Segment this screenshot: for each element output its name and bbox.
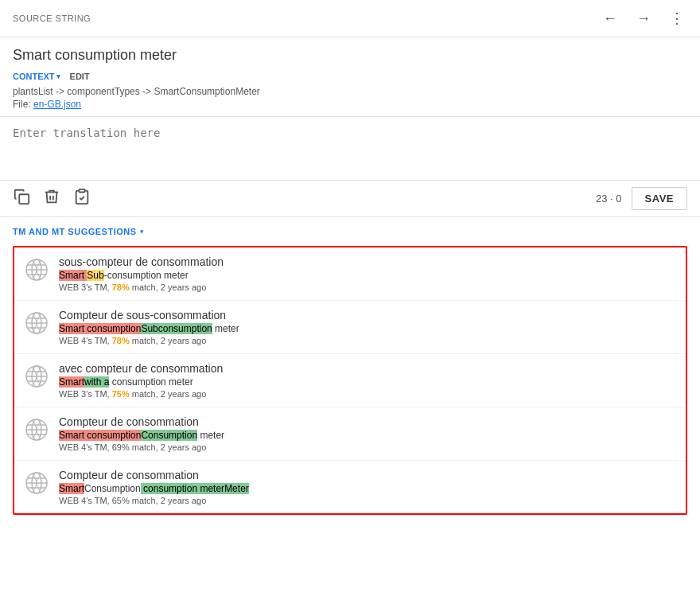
file-link[interactable]: en-GB.json bbox=[33, 99, 81, 110]
suggestion-content: Compteur de consommationSmart consumptio… bbox=[59, 415, 676, 452]
tm-icon bbox=[24, 417, 49, 442]
suggestion-meta: WEB 4's TM, 69% match, 2 years ago bbox=[59, 442, 676, 452]
paste-button[interactable] bbox=[73, 188, 91, 209]
suggestion-item[interactable]: Compteur de consommationSmart consumptio… bbox=[14, 407, 686, 461]
suggestion-target: sous-compteur de consommation bbox=[59, 255, 676, 268]
suggestion-content: Compteur de consommationSmartConsumption… bbox=[59, 469, 676, 505]
back-button[interactable]: ← bbox=[600, 7, 620, 30]
suggestion-item[interactable]: Compteur de consommationSmartConsumption… bbox=[14, 461, 686, 513]
top-bar-actions: ← → ⋮ bbox=[600, 6, 687, 30]
suggestion-content: sous-compteur de consommationSmart Sub-c… bbox=[59, 255, 676, 292]
svg-rect-0 bbox=[19, 194, 29, 204]
tm-icon bbox=[24, 310, 49, 336]
suggestion-source: Smart consumptionSubconsumption meter bbox=[59, 323, 676, 334]
source-string-label: SOURCE STRING bbox=[13, 14, 91, 23]
tm-icon bbox=[24, 470, 49, 496]
source-title: Smart consumption meter bbox=[13, 47, 687, 64]
suggestion-item[interactable]: avec compteur de consommationSmartwith a… bbox=[14, 354, 686, 407]
svg-rect-1 bbox=[79, 189, 84, 193]
suggestion-meta: WEB 3's TM, 75% match, 2 years ago bbox=[59, 389, 676, 399]
suggestion-source: Smart consumptionConsumption meter bbox=[59, 430, 676, 441]
toolbar-row: 23 · 0 SAVE bbox=[0, 181, 700, 217]
copy-button[interactable] bbox=[13, 188, 30, 209]
context-tag[interactable]: CONTEXT ▾ bbox=[13, 72, 60, 81]
translation-input[interactable] bbox=[13, 127, 687, 166]
meta-row: CONTEXT ▾ EDIT bbox=[13, 72, 687, 81]
save-button[interactable]: SAVE bbox=[632, 187, 687, 210]
paste-icon bbox=[73, 188, 91, 205]
suggestions-arrow-icon: ▾ bbox=[140, 228, 144, 236]
suggestion-target: avec compteur de consommation bbox=[59, 362, 676, 375]
suggestion-item[interactable]: Compteur de sous-consommationSmart consu… bbox=[14, 301, 686, 354]
suggestion-item[interactable]: sous-compteur de consommationSmart Sub-c… bbox=[14, 247, 686, 301]
suggestions-section: TM AND MT SUGGESTIONS ▾ sous-compteur de… bbox=[0, 217, 700, 515]
more-button[interactable]: ⋮ bbox=[667, 6, 687, 30]
file-ref: File: en-GB.json bbox=[13, 99, 687, 110]
char-counter: 23 · 0 bbox=[596, 193, 622, 205]
suggestion-target: Compteur de sous-consommation bbox=[59, 309, 676, 321]
context-arrow-icon: ▾ bbox=[56, 72, 60, 80]
source-section: Smart consumption meter CONTEXT ▾ EDIT p… bbox=[0, 37, 700, 117]
suggestion-content: Compteur de sous-consommationSmart consu… bbox=[59, 309, 676, 345]
suggestion-meta: WEB 3's TM, 78% match, 2 years ago bbox=[59, 282, 676, 292]
suggestions-header: TM AND MT SUGGESTIONS ▾ bbox=[13, 227, 687, 236]
breadcrumb: plantsList -> componentTypes -> SmartCon… bbox=[13, 86, 687, 97]
suggestion-source: Smart Sub-consumption meter bbox=[59, 270, 676, 281]
copy-icon bbox=[13, 188, 30, 205]
save-row: 23 · 0 SAVE bbox=[596, 187, 687, 210]
suggestion-meta: WEB 4's TM, 65% match, 2 years ago bbox=[59, 496, 676, 505]
suggestion-target: Compteur de consommation bbox=[59, 415, 676, 428]
forward-button[interactable]: → bbox=[633, 7, 654, 30]
delete-icon bbox=[43, 188, 60, 205]
tm-icon bbox=[24, 364, 49, 389]
translation-section[interactable] bbox=[0, 117, 700, 181]
suggestions-label: TM AND MT SUGGESTIONS bbox=[13, 227, 137, 236]
suggestion-target: Compteur de consommation bbox=[59, 469, 676, 481]
toolbar-icons bbox=[13, 188, 91, 209]
suggestion-source: Smartwith a consumption meter bbox=[59, 376, 676, 388]
suggestion-content: avec compteur de consommationSmartwith a… bbox=[59, 362, 676, 399]
suggestions-list: sous-compteur de consommationSmart Sub-c… bbox=[13, 246, 687, 515]
top-bar: SOURCE STRING ← → ⋮ bbox=[0, 0, 700, 37]
delete-button[interactable] bbox=[43, 188, 60, 209]
suggestion-meta: WEB 4's TM, 78% match, 2 years ago bbox=[59, 336, 676, 345]
suggestion-source: SmartConsumption consumption meterMeter bbox=[59, 483, 676, 494]
edit-tag[interactable]: EDIT bbox=[70, 72, 90, 81]
tm-icon bbox=[24, 257, 49, 282]
